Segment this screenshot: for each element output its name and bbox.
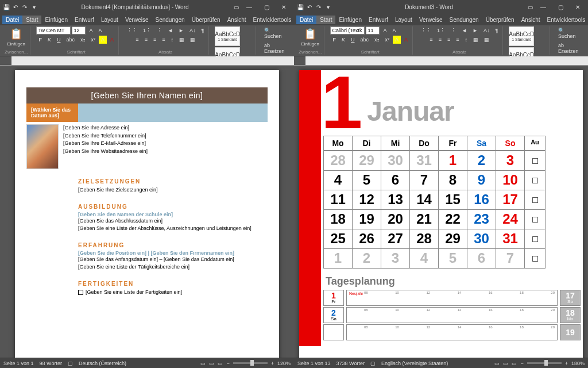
tab-view[interactable]: Ansicht (518, 16, 544, 24)
grad-date[interactable]: [Geben Sie das Abschlussdatum ein] (78, 217, 268, 225)
align-right-icon[interactable]: ≡ (445, 36, 452, 44)
paste-button[interactable]: 📋 (301, 26, 319, 41)
ribbon-opts-icon[interactable]: ▭ (526, 3, 534, 11)
calendar-day[interactable]: 14 (410, 190, 439, 210)
indent-icon[interactable]: ► (470, 26, 480, 34)
multilevel-icon[interactable]: ⋮ (448, 26, 458, 34)
calendar-day[interactable]: 20 (381, 210, 410, 229)
tab-review[interactable]: Überprüfen (482, 16, 518, 24)
multilevel-icon[interactable]: ⋮ (154, 26, 164, 34)
ruler[interactable] (0, 56, 294, 66)
shrink-font-icon[interactable]: A (390, 26, 398, 34)
zoom-in-icon[interactable]: + (565, 361, 568, 366)
calendar-day[interactable]: 28 (324, 151, 353, 171)
shrink-font-icon[interactable]: A (96, 26, 104, 34)
undo-icon[interactable]: ↶ (11, 3, 20, 11)
calendar-day[interactable]: 21 (410, 210, 439, 229)
proof-icon[interactable]: ▢ (370, 361, 376, 366)
zoom-level[interactable]: 120% (277, 361, 291, 366)
shading-icon[interactable]: ▦ (471, 36, 481, 44)
tab-references[interactable]: Verweise (122, 16, 152, 24)
calendar-day[interactable]: 29 (439, 229, 467, 249)
qat-more-icon[interactable]: ▾ (324, 3, 332, 11)
font-size-select[interactable] (366, 26, 380, 34)
font-color-button[interactable]: A (402, 36, 410, 44)
sort-icon[interactable]: A↓ (481, 26, 492, 34)
align-right-icon[interactable]: ≡ (151, 36, 158, 44)
calendar-day[interactable]: 5 (353, 171, 381, 190)
proof-icon[interactable]: ▢ (68, 361, 73, 366)
tab-layout[interactable]: Layout (392, 16, 416, 24)
tab-devtools[interactable]: Entwicklertools (249, 16, 295, 24)
find-button[interactable]: 🔍 Suchen (556, 26, 583, 40)
strike-button[interactable]: abc (358, 36, 371, 44)
align-left-icon[interactable]: ≡ (133, 36, 141, 44)
bullets-icon[interactable]: ⋮⋮ (419, 26, 434, 34)
tab-file[interactable]: Datei (2, 16, 22, 24)
strike-button[interactable]: abc (64, 36, 77, 44)
zoom-slider[interactable] (527, 362, 562, 364)
style-normal[interactable]: AaBbCcD1 Standard (215, 26, 240, 46)
grow-font-icon[interactable]: A (87, 26, 95, 34)
linespacing-icon[interactable]: ↕ (462, 36, 470, 44)
calendar-day[interactable]: 2 (353, 249, 381, 269)
paste-button[interactable]: 📋 (7, 26, 25, 41)
tab-mailings[interactable]: Sendungen (152, 16, 188, 24)
tab-references[interactable]: Verweise (416, 16, 446, 24)
dates-range[interactable]: [Geben Sie das Anfangsdatum ein] – [Gebe… (78, 256, 268, 264)
undo-icon[interactable]: ↶ (305, 3, 314, 11)
calendar-day[interactable]: 10 (496, 171, 525, 190)
degrees-list[interactable]: [Geben Sie eine Liste der Abschlüsse, Au… (78, 225, 268, 233)
font-family-select[interactable] (36, 26, 71, 34)
skills-body[interactable]: [Geben Sie eine Liste der Fertigkeiten e… (78, 289, 268, 297)
numbering-icon[interactable]: 1⋮ (141, 26, 153, 34)
underline-button[interactable]: U (55, 36, 63, 44)
linespacing-icon[interactable]: ↕ (168, 36, 176, 44)
language[interactable]: Englisch (Vereinigte Staaten) (381, 361, 448, 366)
tab-start[interactable]: Start (316, 16, 335, 24)
maximize-button[interactable]: ▢ (258, 1, 274, 13)
date-cell[interactable]: [Wählen Sie das Datum aus] (26, 103, 78, 122)
sort-icon[interactable]: A↓ (187, 26, 198, 34)
outdent-icon[interactable]: ◄ (459, 26, 469, 34)
sup-button[interactable]: x² (383, 36, 392, 44)
calendar-day[interactable]: 7 (496, 249, 525, 269)
word-count[interactable]: 3738 Wörter (336, 361, 365, 366)
bullets-icon[interactable]: ⋮⋮ (125, 26, 140, 34)
calendar-day[interactable]: 11 (324, 190, 353, 210)
align-left-icon[interactable]: ≡ (427, 36, 435, 44)
align-center-icon[interactable]: ≡ (142, 36, 150, 44)
close-button[interactable]: ✕ (570, 1, 586, 13)
save-icon[interactable]: 💾 (296, 3, 304, 11)
checkbox-icon[interactable] (532, 178, 538, 183)
calendar-day[interactable]: 4 (324, 171, 353, 190)
outdent-icon[interactable]: ◄ (165, 26, 175, 34)
style-normal[interactable]: AaBbCcD1 Standard (509, 26, 534, 46)
checkbox-icon[interactable] (532, 158, 538, 164)
find-button[interactable]: 🔍 Suchen (262, 26, 289, 40)
tab-start[interactable]: Start (22, 16, 41, 24)
highlight-button[interactable]: A (393, 36, 401, 44)
font-size-select[interactable] (72, 26, 86, 34)
page-count[interactable]: Seite 1 von 1 (3, 361, 34, 366)
calendar-day[interactable]: 16 (467, 190, 496, 210)
highlight-button[interactable]: A (99, 36, 107, 44)
minimize-button[interactable]: — (535, 1, 551, 13)
replace-button[interactable]: ab Ersetzen (262, 41, 289, 55)
resume-page[interactable]: [Geben Sie Ihren Namen ein] [Wählen Sie … (15, 70, 279, 358)
document-area[interactable]: [Geben Sie Ihren Namen ein] [Wählen Sie … (0, 66, 294, 358)
calendar-day[interactable]: 3 (496, 151, 525, 171)
justify-icon[interactable]: ≡ (160, 36, 167, 44)
document-area[interactable]: 1 Januar MoDiMiDoFrSaSoAu282930311234567… (294, 66, 588, 358)
view-print-icon[interactable]: ▭ (209, 361, 214, 366)
view-read-icon[interactable]: ▭ (494, 361, 500, 366)
view-print-icon[interactable]: ▭ (503, 361, 508, 366)
checkbox-icon[interactable] (532, 197, 538, 203)
dayplan-content[interactable]: 08101214161820 (346, 307, 558, 323)
calendar-day[interactable]: 6 (381, 171, 410, 190)
qat-more-icon[interactable]: ▾ (30, 3, 38, 11)
checkbox-icon[interactable] (532, 256, 538, 262)
checkbox-icon[interactable] (532, 236, 538, 242)
sub-button[interactable]: x₂ (372, 36, 382, 44)
word-count[interactable]: 98 Wörter (40, 361, 63, 366)
